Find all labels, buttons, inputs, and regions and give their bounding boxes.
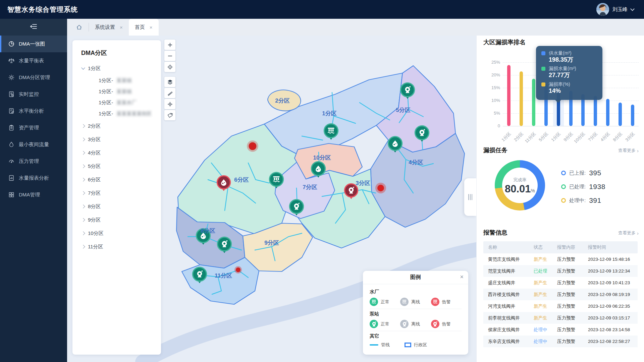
bar-4分区[interactable]: [606, 99, 609, 126]
sidebar-item-2[interactable]: 水量平衡表: [0, 52, 67, 69]
gear-icon: [8, 74, 15, 81]
tree-node-9分区[interactable]: 9分区: [72, 213, 161, 227]
sidebar-item-5[interactable]: 水平衡分析: [0, 103, 67, 119]
measure-button[interactable]: [164, 88, 175, 98]
center-point-button[interactable]: [164, 99, 175, 109]
sidebar-item-4[interactable]: 实时监控: [0, 86, 67, 103]
sidebar-item-6[interactable]: 资产管理: [0, 119, 67, 136]
district-label: 10分区: [313, 155, 331, 161]
sidebar-item-3[interactable]: DMA分区管理: [0, 69, 67, 86]
task-legend-item: 处理中:391: [561, 196, 605, 204]
tabs-container: 系统设置×首页×: [89, 19, 159, 36]
sidebar-item-label: DMA一张图: [19, 41, 45, 47]
tree-node-6分区[interactable]: 6分区: [72, 173, 161, 186]
table-row[interactable]: 黄范庄支线阀井新产生压力预警2023-12-09 15:48:16: [483, 253, 638, 265]
completion-value: 80.01: [505, 183, 531, 195]
sidebar-item-label: 实时监控: [19, 91, 39, 98]
avatar[interactable]: [596, 3, 609, 16]
chart-tooltip: 供水量(m³)198.35万漏损水量(m³)27.77万漏损率(%)14%: [536, 46, 602, 100]
tree-node-1分区[interactable]: 1分区: [72, 62, 161, 75]
sidebar-item-8[interactable]: 压力管理: [0, 153, 67, 170]
sidebar-item-10[interactable]: DMA管理: [0, 186, 67, 203]
table-row[interactable]: 东辛店支线阀井处理中压力预警2023-12-08 22:58:27: [483, 336, 638, 347]
legend-item: 管线: [370, 342, 405, 348]
legend-item: 告警: [431, 298, 462, 306]
chevron-right-icon: ›: [637, 231, 639, 236]
legend-item: 离线: [400, 320, 431, 328]
y-axis-tick: 25%: [480, 60, 500, 65]
legend-section-title: 其它: [370, 333, 462, 339]
chevron-down-icon: [81, 66, 85, 69]
bar-8分区[interactable]: [619, 103, 622, 126]
district-label: 3分区: [356, 180, 370, 186]
tree-node-5分区[interactable]: 5分区: [72, 160, 161, 173]
district-label: 6分区: [234, 177, 249, 183]
bar-2分区[interactable]: [520, 71, 523, 126]
tree-node-8分区[interactable]: 8分区: [72, 200, 161, 213]
tree-child-item[interactable]: 1分区-某某镇: [72, 86, 161, 97]
chevron-right-icon: [81, 191, 85, 195]
sidebar-item-7[interactable]: 最小夜间流量: [0, 136, 67, 153]
sidebar-item-1[interactable]: DMA一张图: [0, 36, 67, 52]
district-label: 5分区: [396, 107, 410, 113]
tree-child-item[interactable]: 1分区-某某水厂: [72, 97, 161, 108]
tree-node-2分区[interactable]: 2分区: [72, 119, 161, 133]
drop-icon: [8, 141, 15, 148]
chevron-right-icon: [81, 245, 85, 248]
bar-11分区[interactable]: [532, 79, 535, 126]
close-icon[interactable]: ×: [460, 274, 464, 281]
admin-region-swatch: [405, 343, 411, 347]
tree-list: 1分区1分区-某某镇1分区-某某镇1分区-某某水厂1分区-某某某某某街区2分区3…: [72, 62, 161, 253]
chevron-right-icon: [81, 231, 85, 235]
tree-node-7分区[interactable]: 7分区: [72, 186, 161, 200]
tree-child-item[interactable]: 1分区-某某镇: [72, 75, 161, 86]
completion-label: 完成率: [514, 177, 527, 183]
district-label: 2分区: [275, 98, 289, 104]
sidebar-item-label: 资产管理: [19, 125, 39, 131]
y-axis-tick: 5%: [480, 111, 500, 116]
user-menu[interactable]: 刘玉峰: [596, 3, 644, 16]
table-header: 名称状态报警内容报警时间: [483, 241, 638, 253]
alarms-more-link[interactable]: 查看更多 ›: [618, 230, 639, 236]
bar-3分区[interactable]: [631, 105, 634, 126]
tree-node-11分区[interactable]: 11分区: [72, 240, 161, 253]
table-row[interactable]: 侯家庄支线阀井处理中压力预警2023-12-08 23:14:58: [483, 324, 638, 336]
table-row[interactable]: 西许楼支线阀井新产生压力预警2023-12-09 08:19:19: [483, 289, 638, 300]
table-row[interactable]: 范堂支线阀井已处理压力预警2023-12-09 13:22:34: [483, 265, 638, 277]
collapse-menu-icon[interactable]: [30, 24, 37, 31]
legend-title: 图例: [363, 274, 468, 281]
table-row[interactable]: 河湾支线阀井新产生压力预警2023-12-09 06:22:35: [483, 300, 638, 312]
tag-button[interactable]: [164, 110, 175, 120]
district-label: 8分区: [201, 228, 215, 234]
bar-1分区[interactable]: [507, 65, 511, 126]
balance-icon: [8, 57, 15, 64]
tree-child-item[interactable]: 1分区-某某某某某街区: [72, 108, 161, 119]
layers-button[interactable]: [164, 77, 175, 87]
close-icon[interactable]: ×: [150, 24, 153, 30]
table-row[interactable]: 前李胡支线阀井新产生压力预警2023-12-09 03:15:17: [483, 312, 638, 324]
zoom-in-button[interactable]: [164, 40, 175, 50]
sidebar-item-9[interactable]: 水量报表分析: [0, 170, 67, 186]
tab-1[interactable]: 系统设置×: [89, 19, 129, 36]
tree-node-10分区[interactable]: 10分区: [72, 227, 161, 240]
sidebar-item-label: 水量平衡表: [19, 58, 44, 64]
table-row[interactable]: 盛庄支线阀井新产生压力预警2023-12-09 10:41:23: [483, 277, 638, 289]
redacted-text: 某某某某某街区: [116, 111, 152, 117]
tab-2[interactable]: 首页×: [129, 19, 159, 36]
locate-button[interactable]: [164, 62, 175, 72]
zoom-out-button[interactable]: [164, 51, 175, 61]
bar-7分区[interactable]: [594, 96, 597, 126]
home-tab-button[interactable]: [67, 19, 89, 36]
task-legend-item: 已上报:395: [561, 169, 605, 177]
redacted-text: 某某镇: [116, 77, 131, 84]
close-icon[interactable]: ×: [120, 24, 123, 30]
tree-node-4分区[interactable]: 4分区: [72, 146, 161, 160]
water-plant-icon: [400, 298, 409, 306]
tab-bar: 系统设置×首页×: [67, 19, 644, 36]
tree-node-3分区[interactable]: 3分区: [72, 133, 161, 146]
panel-collapse-handle[interactable]: [464, 178, 476, 216]
redacted-text: 某某镇: [116, 88, 131, 95]
tab-label: 系统设置: [95, 24, 115, 31]
top-bar: 智慧水务综合管理系统 刘玉峰: [0, 0, 644, 19]
tasks-more-link[interactable]: 查看更多 ›: [618, 147, 639, 154]
